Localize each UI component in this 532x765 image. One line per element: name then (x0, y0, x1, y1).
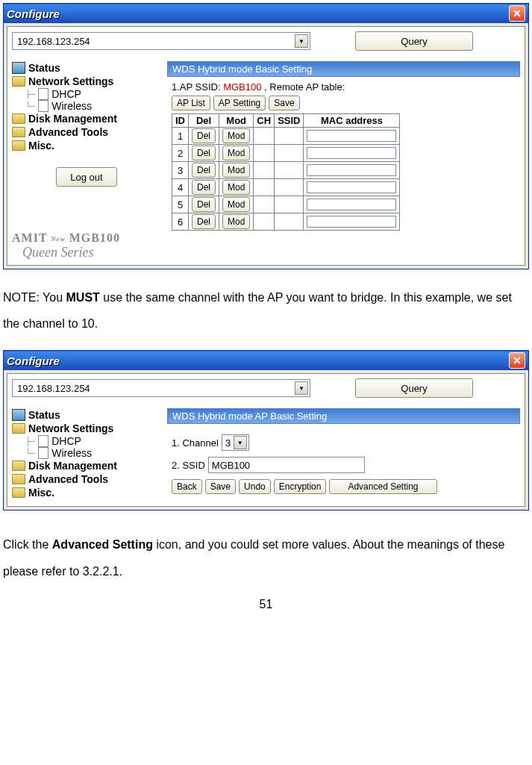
apsetting-button[interactable]: AP Setting (213, 96, 266, 110)
table-row: 2DelMod (172, 145, 400, 162)
sidebar-item-wireless[interactable]: └─ Wireless (12, 447, 161, 459)
mod-button[interactable]: Mod (222, 180, 250, 195)
tree-branch-icon: ├─ (25, 437, 35, 446)
window-title: Configure (7, 7, 60, 20)
document-icon (38, 88, 48, 100)
hdr-del: Del (189, 114, 219, 128)
address-bar-row: 192.168.123.254 ▼ Query (12, 378, 520, 398)
aplist-button[interactable]: AP List (172, 96, 210, 110)
sidebar-item-advanced[interactable]: Advanced Tools (12, 125, 161, 139)
query-button[interactable]: Query (355, 31, 473, 51)
folder-icon (12, 460, 25, 471)
del-button[interactable]: Del (192, 197, 216, 212)
channel-row: 1. Channel 3 ▼ (172, 434, 516, 451)
table-row: 3DelMod (172, 162, 400, 179)
tree-branch-icon: └─ (25, 449, 35, 458)
content-row: Status Network Settings ├─ DHCP └─ Wirel… (12, 61, 520, 260)
back-button[interactable]: Back (172, 479, 202, 494)
mac-input[interactable] (307, 147, 396, 159)
sidebar-item-disk[interactable]: Disk Management (12, 459, 161, 472)
address-combo[interactable]: 192.168.123.254 ▼ (12, 32, 310, 50)
encryption-button[interactable]: Encryption (274, 479, 327, 494)
document-icon (38, 447, 48, 459)
query-button[interactable]: Query (355, 378, 473, 398)
ap-table: ID Del Mod CH SSID MAC address 1DelMod 2… (172, 113, 400, 231)
panel-title: WDS Hybrid mode AP Basic Setting (167, 408, 520, 424)
sidebar-item-misc[interactable]: Misc. (12, 486, 161, 499)
del-button[interactable]: Del (192, 163, 216, 178)
document-icon (38, 100, 48, 112)
del-button[interactable]: Del (192, 214, 216, 229)
hdr-mod: Mod (219, 114, 254, 128)
sidebar-item-status[interactable]: Status (12, 61, 161, 75)
sidebar-item-misc[interactable]: Misc. (12, 139, 161, 152)
monitor-icon (12, 409, 25, 421)
tree-branch-icon: └─ (25, 102, 35, 111)
ssid-row: 2. SSID (172, 457, 516, 473)
sidebar: Status Network Settings ├─ DHCP └─ Wirel… (12, 61, 161, 260)
logout-button[interactable]: Log out (56, 167, 116, 187)
note-paragraph: NOTE: You MUST use the same channel with… (3, 284, 529, 337)
ap-ssid-line: 1.AP SSID: MGB100 , Remote AP table: (172, 81, 516, 93)
mod-button[interactable]: Mod (222, 214, 250, 229)
titlebar: Configure ✕ (4, 351, 528, 370)
folder-icon (12, 76, 25, 87)
del-button[interactable]: Del (192, 128, 216, 143)
content-row: Status Network Settings ├─ DHCP └─ Wirel… (12, 408, 520, 502)
document-icon (38, 435, 48, 447)
mac-input[interactable] (307, 199, 396, 210)
chevron-down-icon[interactable]: ▼ (295, 381, 308, 395)
sidebar-item-dhcp[interactable]: ├─ DHCP (12, 435, 161, 447)
mod-button[interactable]: Mod (222, 146, 250, 160)
mac-input[interactable] (307, 181, 396, 193)
titlebar: Configure ✕ (4, 4, 528, 23)
undo-button[interactable]: Undo (239, 479, 271, 494)
folder-icon (12, 127, 25, 137)
folder-icon (12, 487, 25, 498)
table-row: 5DelMod (172, 196, 400, 213)
monitor-icon (12, 62, 25, 74)
page-number: 51 (3, 598, 529, 611)
chevron-down-icon[interactable]: ▼ (295, 34, 308, 48)
channel-select[interactable]: 3 ▼ (222, 434, 249, 451)
ssid-input[interactable] (208, 457, 365, 473)
sidebar-item-disk[interactable]: Disk Management (12, 112, 161, 125)
save-button[interactable]: Save (205, 479, 236, 494)
folder-icon (12, 113, 25, 124)
mac-input[interactable] (307, 130, 396, 142)
mac-input[interactable] (307, 216, 396, 228)
close-icon[interactable]: ✕ (509, 5, 525, 22)
mod-button[interactable]: Mod (222, 197, 250, 212)
sidebar-item-status[interactable]: Status (12, 408, 161, 422)
hdr-ch: CH (254, 114, 275, 128)
tree-branch-icon: ├─ (25, 90, 35, 99)
sidebar-item-network[interactable]: Network Settings (12, 75, 161, 88)
sidebar-item-network[interactable]: Network Settings (12, 422, 161, 435)
main-panel-2: WDS Hybrid mode AP Basic Setting 1. Chan… (167, 408, 520, 502)
del-button[interactable]: Del (192, 180, 216, 195)
del-button[interactable]: Del (192, 146, 216, 160)
sidebar-item-advanced[interactable]: Advanced Tools (12, 472, 161, 486)
save-button[interactable]: Save (269, 96, 299, 110)
address-value: 192.168.123.254 (17, 36, 90, 47)
address-bar-row: 192.168.123.254 ▼ Query (12, 31, 520, 51)
address-value: 192.168.123.254 (17, 383, 90, 394)
chevron-down-icon[interactable]: ▼ (234, 436, 247, 449)
sidebar: Status Network Settings ├─ DHCP └─ Wirel… (12, 408, 161, 499)
configure-window-2: Configure ✕ 192.168.123.254 ▼ Query Stat… (3, 350, 529, 510)
panel-title: WDS Hybrid mode Basic Setting (167, 61, 520, 77)
table-row: 1DelMod (172, 128, 400, 145)
close-icon[interactable]: ✕ (509, 352, 525, 369)
address-combo[interactable]: 192.168.123.254 ▼ (12, 379, 310, 397)
client-area: 192.168.123.254 ▼ Query Status Network S… (7, 373, 525, 507)
mod-button[interactable]: Mod (222, 128, 250, 143)
sidebar-item-wireless[interactable]: └─ Wireless (12, 100, 161, 112)
configure-window-1: Configure ✕ 192.168.123.254 ▼ Query Stat… (3, 3, 529, 269)
bottom-paragraph: Click the Advanced Setting icon, and you… (3, 531, 529, 584)
advanced-setting-button[interactable]: Advanced Setting (329, 479, 436, 494)
hdr-mac: MAC address (304, 114, 400, 128)
client-area: 192.168.123.254 ▼ Query Status Network S… (7, 26, 525, 266)
mac-input[interactable] (307, 164, 396, 176)
sidebar-item-dhcp[interactable]: ├─ DHCP (12, 88, 161, 100)
mod-button[interactable]: Mod (222, 163, 250, 178)
